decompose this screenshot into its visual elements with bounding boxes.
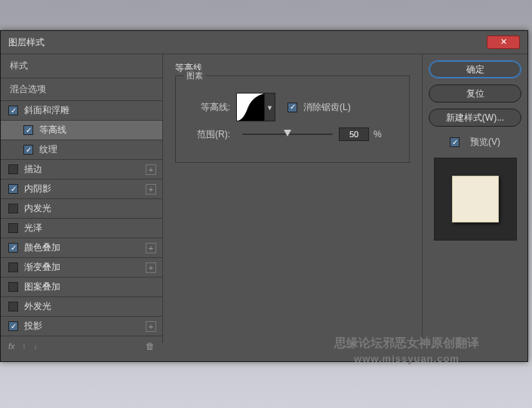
trash-icon[interactable]: 🗑 bbox=[146, 341, 155, 351]
style-label: 投影 bbox=[24, 320, 42, 333]
style-checkbox[interactable] bbox=[8, 262, 18, 272]
style-label: 渐变叠加 bbox=[24, 261, 60, 274]
style-checkbox[interactable] bbox=[8, 302, 18, 311]
style-label: 光泽 bbox=[24, 222, 42, 235]
window-title: 图层样式 bbox=[8, 36, 45, 49]
new-style-button[interactable]: 新建样式(W)... bbox=[429, 109, 521, 127]
range-unit: % bbox=[374, 129, 382, 140]
contour-picker[interactable] bbox=[236, 93, 265, 121]
add-effect-icon[interactable]: + bbox=[146, 262, 156, 273]
arrow-up-icon[interactable]: ↑ bbox=[23, 342, 26, 351]
sidebar-footer: fx ↑ ↓ 🗑 bbox=[1, 336, 162, 356]
ok-button[interactable]: 确定 bbox=[429, 60, 521, 78]
add-effect-icon[interactable]: + bbox=[146, 321, 156, 332]
range-input[interactable] bbox=[339, 127, 369, 141]
add-effect-icon[interactable]: + bbox=[146, 243, 156, 253]
style-item-8[interactable]: 渐变叠加+ bbox=[1, 257, 162, 277]
style-item-6[interactable]: 光泽 bbox=[1, 218, 162, 238]
section-title: 等高线 bbox=[175, 62, 410, 75]
style-checkbox[interactable] bbox=[8, 223, 18, 233]
contour-row: 等高线: ▼ 消除锯齿(L) bbox=[188, 93, 397, 121]
range-label: 范围(R): bbox=[188, 128, 230, 141]
elements-group: 图素 等高线: ▼ 消除锯齿(L) 范围(R): bbox=[175, 75, 410, 163]
blending-options[interactable]: 混合选项 bbox=[1, 78, 162, 100]
fx-icon[interactable]: fx bbox=[8, 342, 15, 351]
range-slider[interactable] bbox=[242, 133, 333, 135]
add-effect-icon[interactable]: + bbox=[146, 184, 156, 195]
contour-label: 等高线: bbox=[188, 101, 230, 114]
style-item-10[interactable]: 外发光 bbox=[1, 296, 162, 316]
style-checkbox[interactable] bbox=[23, 125, 33, 135]
close-button[interactable]: ✕ bbox=[487, 35, 520, 49]
style-item-2[interactable]: 纹理 bbox=[1, 140, 162, 159]
style-checkbox[interactable] bbox=[8, 106, 18, 115]
style-item-1[interactable]: 等高线 bbox=[1, 120, 162, 140]
style-item-5[interactable]: 内发光 bbox=[1, 198, 162, 218]
content-area: 样式 混合选项 斜面和浮雕等高线纹理描边+内阴影+内发光光泽颜色叠加+渐变叠加+… bbox=[1, 54, 527, 343]
style-checkbox[interactable] bbox=[8, 164, 18, 174]
group-label: 图素 bbox=[183, 70, 206, 81]
style-checkbox[interactable] bbox=[8, 184, 18, 194]
style-item-4[interactable]: 内阴影+ bbox=[1, 179, 162, 198]
range-row: 范围(R): % bbox=[188, 127, 397, 141]
preview-checkbox[interactable] bbox=[450, 137, 460, 147]
style-label: 外发光 bbox=[24, 300, 51, 313]
style-item-0[interactable]: 斜面和浮雕 bbox=[1, 100, 162, 120]
style-label: 内发光 bbox=[24, 202, 51, 215]
preview-box bbox=[434, 158, 517, 241]
styles-sidebar: 样式 混合选项 斜面和浮雕等高线纹理描边+内阴影+内发光光泽颜色叠加+渐变叠加+… bbox=[1, 54, 163, 343]
style-label: 斜面和浮雕 bbox=[24, 104, 69, 117]
style-item-11[interactable]: 投影+ bbox=[1, 316, 162, 336]
add-effect-icon[interactable]: + bbox=[146, 164, 156, 175]
preview-toggle-row: 预览(V) bbox=[429, 136, 521, 149]
preview-label: 预览(V) bbox=[470, 136, 500, 149]
titlebar: 图层样式 ✕ bbox=[1, 31, 527, 54]
style-item-3[interactable]: 描边+ bbox=[1, 159, 162, 179]
preview-swatch bbox=[452, 176, 499, 222]
style-item-7[interactable]: 颜色叠加+ bbox=[1, 238, 162, 257]
arrow-down-icon[interactable]: ↓ bbox=[34, 342, 38, 351]
style-label: 图案叠加 bbox=[24, 281, 60, 293]
slider-thumb-icon[interactable] bbox=[284, 130, 291, 137]
style-label: 描边 bbox=[24, 163, 42, 176]
style-label: 等高线 bbox=[39, 124, 66, 137]
sidebar-header[interactable]: 样式 bbox=[1, 54, 162, 78]
style-label: 纹理 bbox=[39, 143, 57, 156]
style-checkbox[interactable] bbox=[23, 145, 33, 155]
style-label: 颜色叠加 bbox=[24, 241, 60, 254]
style-label: 内阴影 bbox=[24, 183, 51, 195]
antialias-checkbox[interactable] bbox=[288, 103, 297, 112]
style-checkbox[interactable] bbox=[8, 321, 18, 331]
reset-button[interactable]: 复位 bbox=[429, 84, 521, 103]
settings-panel: 等高线 图素 等高线: ▼ 消除锯齿(L) 范围(R): bbox=[163, 54, 422, 343]
contour-dropdown-icon[interactable]: ▼ bbox=[265, 93, 275, 121]
style-checkbox[interactable] bbox=[8, 243, 18, 253]
antialias-label: 消除锯齿(L) bbox=[303, 101, 351, 114]
right-column: 确定 复位 新建样式(W)... 预览(V) bbox=[422, 54, 527, 343]
style-checkbox[interactable] bbox=[8, 282, 18, 292]
style-checkbox[interactable] bbox=[8, 204, 18, 213]
layer-style-dialog: 图层样式 ✕ 样式 混合选项 斜面和浮雕等高线纹理描边+内阴影+内发光光泽颜色叠… bbox=[0, 30, 528, 362]
style-item-9[interactable]: 图案叠加 bbox=[1, 277, 162, 296]
